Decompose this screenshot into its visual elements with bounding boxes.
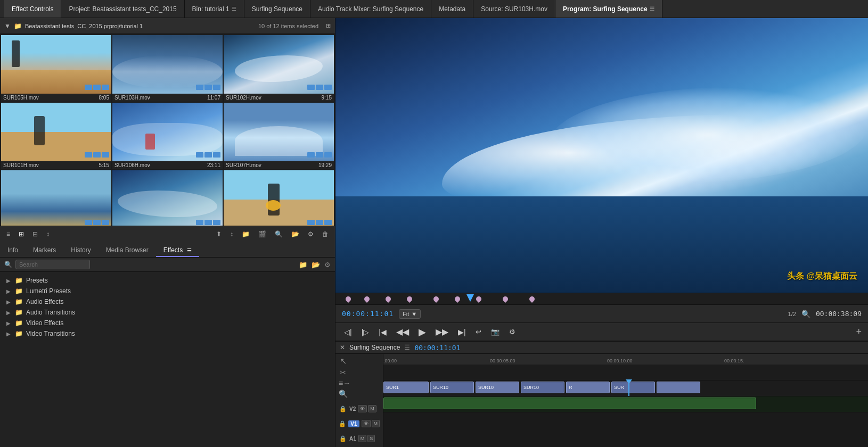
- step-forward-btn[interactable]: ▶▶: [433, 326, 451, 338]
- go-out-point-btn[interactable]: ▶|: [456, 327, 468, 337]
- media-toolbar: ≡ ⊞ ⊟ ↕ ⬆ ↕ 📁 🎬 🔍 📂 ⚙ 🗑: [0, 226, 335, 242]
- add-track-btn[interactable]: +: [856, 326, 862, 337]
- media-item[interactable]: SUR109H.mov 14:19: [1, 170, 111, 226]
- folder-icon: 📁: [15, 287, 23, 295]
- lock-icon[interactable]: 🔒: [339, 405, 347, 412]
- page-indicator: 1/2: [788, 311, 796, 317]
- chevron-right-icon: ▶: [6, 310, 12, 316]
- new-folder-icon[interactable]: 📁: [299, 261, 307, 269]
- tree-item-lumetri[interactable]: ▶ 📁 Lumetri Presets: [0, 286, 335, 296]
- tab-bin[interactable]: Bin: tutorial 1 ☰: [185, 0, 244, 18]
- export-frame-btn[interactable]: 📷: [489, 327, 502, 337]
- tab-effects[interactable]: Effects ☰: [156, 244, 199, 257]
- track-row-v1: SUR1 SUR10 SUR10 SUR10 R: [383, 380, 868, 396]
- video-clip[interactable]: SUR10: [430, 382, 474, 393]
- tab-surfing-sequence[interactable]: Surfing Sequence: [244, 0, 310, 18]
- zoom-tool[interactable]: 🔍: [339, 390, 347, 398]
- media-item[interactable]: SUR102H.mov 9:15: [224, 35, 334, 102]
- track-v1-m[interactable]: M: [372, 420, 380, 427]
- track-a1-m[interactable]: M: [358, 435, 367, 442]
- tree-item-audio-effects[interactable]: ▶ 📁 Audio Effects: [0, 296, 335, 307]
- track-a1-s[interactable]: S: [367, 435, 375, 442]
- go-in-point-btn[interactable]: |◀: [376, 327, 389, 337]
- close-icon[interactable]: ✕: [340, 344, 345, 351]
- tab-history[interactable]: History: [63, 244, 98, 257]
- media-item[interactable]: SUR106H.mov 23:11: [112, 103, 223, 169]
- timeline-tracks: :00:00 00:00:05:00 00:00:10:00 00:00:15:…: [383, 354, 868, 447]
- set-in-point-btn[interactable]: ◁|: [342, 327, 354, 337]
- freeform-btn[interactable]: ⊟: [30, 229, 40, 239]
- media-item[interactable]: SUR101H.mov 5:15: [1, 103, 111, 169]
- effects-search-input[interactable]: [15, 260, 90, 269]
- track-select-tool[interactable]: ≡→: [339, 379, 347, 387]
- tab-program[interactable]: Program: Surfing Sequence ☰: [555, 0, 662, 18]
- find-btn[interactable]: 🔍: [273, 229, 285, 239]
- fit-dropdown[interactable]: Fit ▼: [399, 309, 421, 319]
- list-view-btn[interactable]: ≡: [4, 229, 12, 239]
- audio-clip[interactable]: [383, 398, 756, 409]
- tree-item-audio-transitions[interactable]: ▶ 📁 Audio Transitions: [0, 307, 335, 318]
- media-item[interactable]: SUR105H.mov 8:05: [1, 35, 111, 102]
- media-name: SUR105H.mov: [3, 95, 39, 101]
- folder-btn[interactable]: 📂: [289, 229, 301, 239]
- marker-dot: [384, 295, 392, 303]
- track-a1-label: A1: [349, 436, 356, 442]
- selection-tool[interactable]: ↖: [339, 356, 347, 366]
- tab-audio-track-mixer[interactable]: Audio Track Mixer: Surfing Sequence: [310, 0, 431, 18]
- set-out-point-btn[interactable]: |▷: [359, 327, 372, 337]
- zoom-icon: 🔍: [801, 310, 810, 318]
- video-clip[interactable]: R: [566, 382, 610, 393]
- settings-btn[interactable]: ⚙: [306, 229, 316, 239]
- tab-markers[interactable]: Markers: [26, 244, 63, 257]
- new-custom-bin-icon[interactable]: 📂: [312, 261, 320, 269]
- chevron-right-icon: ▶: [6, 331, 12, 337]
- lock-icon[interactable]: 🔒: [339, 420, 346, 427]
- tab-label: Source: SUR103H.mov: [481, 5, 547, 13]
- video-clip[interactable]: SUR10: [521, 382, 564, 393]
- new-bin-btn[interactable]: 📁: [240, 229, 252, 239]
- sort2-btn[interactable]: ↕: [228, 229, 235, 239]
- folder-icon2: 📁: [14, 22, 22, 30]
- media-item[interactable]: SUR108H.mov 8:03: [112, 170, 223, 226]
- grid-view-btn[interactable]: ⊞: [17, 229, 26, 239]
- timeline-section: ✕ Surfing Sequence ☰ 00:00:11:01 ↖ ✂ ≡→ …: [335, 341, 868, 447]
- media-grid: SUR105H.mov 8:05 SUR103H.mov 11:07: [0, 34, 335, 226]
- video-clip[interactable]: SUR10: [476, 382, 519, 393]
- ripple-tool[interactable]: ✂: [339, 368, 347, 377]
- tab-project[interactable]: Project: Beatassistant tests_CC_2015: [61, 0, 184, 18]
- track-v1-eye[interactable]: 👁: [362, 420, 371, 427]
- tree-item-video-effects[interactable]: ▶ 📁 Video Effects: [0, 318, 335, 328]
- effects-settings-icon[interactable]: ⚙: [324, 261, 331, 269]
- video-clip[interactable]: [657, 382, 700, 393]
- tab-metadata[interactable]: Metadata: [431, 0, 473, 18]
- play-btn[interactable]: ▶: [416, 325, 428, 339]
- tree-item-video-transitions[interactable]: ▶ 📁 Video Transitions: [0, 328, 335, 339]
- track-v2-m[interactable]: M: [368, 405, 376, 412]
- video-clip[interactable]: SUR: [611, 382, 655, 393]
- media-duration: 8:05: [99, 95, 109, 101]
- step-back-btn[interactable]: ◀◀: [394, 326, 411, 338]
- media-name: SUR106H.mov: [114, 162, 150, 168]
- settings-btn[interactable]: ⚙: [507, 327, 518, 337]
- sort-btn[interactable]: ↕: [44, 229, 52, 239]
- automate-btn[interactable]: ⬆: [214, 229, 224, 239]
- tab-media-browser[interactable]: Media Browser: [99, 244, 156, 257]
- clip-label: SUR: [614, 385, 624, 390]
- media-item[interactable]: SUR103H.mov 11:07: [112, 35, 223, 102]
- media-item[interactable]: SUR107H.mov 19:29: [224, 103, 334, 169]
- delete-btn[interactable]: 🗑: [320, 229, 331, 239]
- media-name: SUR102H.mov: [226, 95, 261, 101]
- track-v2-eye[interactable]: 👁: [358, 405, 367, 412]
- tree-item-label: Audio Transitions: [26, 309, 75, 316]
- tab-effect-controls[interactable]: Effect Controls: [4, 0, 61, 18]
- tab-info[interactable]: Info: [0, 244, 26, 257]
- timeline-menu-icon[interactable]: ☰: [404, 344, 410, 351]
- lock-icon[interactable]: 🔒: [339, 435, 347, 442]
- tree-item-presets[interactable]: ▶ 📁 Presets: [0, 275, 335, 286]
- tab-source[interactable]: Source: SUR103H.mov: [473, 0, 555, 18]
- video-clip[interactable]: SUR1: [383, 382, 429, 393]
- folder-icon: ▼: [4, 22, 11, 30]
- loop-btn[interactable]: ↩: [473, 327, 484, 337]
- new-item-btn[interactable]: 🎬: [256, 229, 268, 239]
- media-item[interactable]: SUR110H.mov 7:09: [224, 170, 334, 226]
